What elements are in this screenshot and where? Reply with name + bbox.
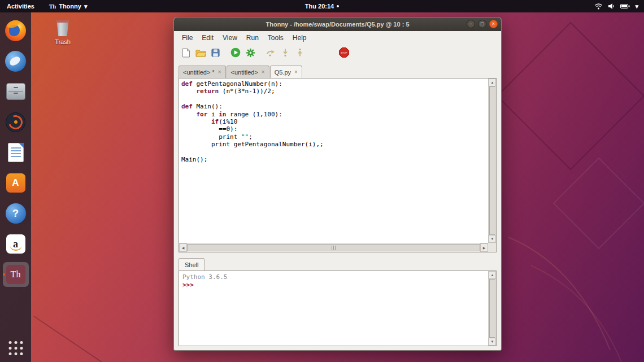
dock-item-files[interactable] [3, 79, 29, 104]
editor-tab-bar: <untitled> *×<untitled>×Q5.py× [179, 66, 302, 78]
code-line: return (n*(3*n-1))/2; [181, 88, 488, 95]
editor-horizontal-scrollbar[interactable]: ◀ ▶ [179, 243, 488, 252]
dock-item-rhythmbox[interactable] [3, 110, 29, 134]
scroll-down-arrow-icon[interactable]: ▼ [489, 235, 496, 243]
stop-button[interactable]: STOP [338, 46, 350, 59]
activities-button[interactable]: Activities [0, 0, 41, 12]
save-file-button[interactable] [209, 46, 221, 59]
stop-sign-icon: STOP [339, 47, 349, 58]
dock-item-ubuntu-software[interactable]: A [3, 171, 29, 195]
dock-item-firefox[interactable] [3, 18, 29, 43]
help-icon: ? [6, 203, 26, 224]
wifi-icon [594, 3, 603, 10]
run-play-icon [230, 47, 241, 58]
thonny-mini-icon: Th [49, 3, 56, 10]
title-bar[interactable]: Thonny - /home/swap/Documents/Q5.py @ 10… [174, 18, 501, 31]
tab-label: <untitled> [231, 69, 258, 76]
minimize-button[interactable]: − [467, 20, 475, 28]
step-over-button[interactable] [264, 46, 277, 59]
code-line: print ""; [181, 133, 488, 141]
tab-q5-py[interactable]: Q5.py× [270, 66, 302, 78]
menu-edit[interactable]: Edit [197, 32, 218, 43]
shell-pane: Python 3.6.5 >>> ▲ ▼ [179, 271, 497, 346]
volume-icon [608, 3, 615, 10]
trash-label: Trash [49, 38, 77, 45]
show-applications-button[interactable] [8, 341, 23, 355]
code-line: print getPentagonalNumber(i),; [181, 141, 488, 148]
code-line: for i in range (1,100): [181, 111, 488, 118]
shell-output[interactable]: Python 3.6.5 >>> [179, 271, 488, 346]
shell-tab[interactable]: Shell [179, 258, 204, 271]
thonny-window: Thonny - /home/swap/Documents/Q5.py @ 10… [173, 17, 502, 351]
battery-icon [620, 3, 630, 9]
shell-banner: Python 3.6.5 [182, 273, 488, 281]
step-out-button[interactable] [294, 46, 306, 59]
menu-view[interactable]: View [218, 32, 242, 43]
firefox-icon [5, 20, 26, 41]
app-menu-label: Thonny [59, 3, 81, 10]
scroll-up-arrow-icon[interactable]: ▲ [489, 271, 496, 279]
code-line: ==0): [181, 125, 488, 133]
notification-dot-icon [337, 5, 339, 7]
vertical-scroll-thumb[interactable] [489, 86, 495, 235]
scroll-right-arrow-icon[interactable]: ▶ [480, 243, 488, 252]
editor-vertical-scrollbar[interactable]: ▲ ▼ [488, 78, 496, 243]
scroll-up-arrow-icon[interactable]: ▲ [489, 78, 496, 86]
app-menu-button[interactable]: Th Thonny ▾ [49, 3, 87, 10]
menu-help[interactable]: Help [288, 32, 311, 43]
trash-can-icon [56, 20, 69, 36]
menu-tools[interactable]: Tools [263, 32, 288, 43]
tab--untitled-[interactable]: <untitled>× [227, 66, 269, 78]
system-status-area[interactable]: ▾ [594, 3, 644, 10]
scroll-down-arrow-icon[interactable]: ▼ [489, 338, 496, 346]
clock[interactable]: Thu 20:14 [305, 3, 334, 10]
code-area[interactable]: def getPentagonalNumber(n): return (n*(3… [179, 78, 488, 243]
menu-bar: FileEditViewRunToolsHelp [174, 31, 501, 44]
run-button[interactable] [229, 46, 242, 59]
tab-label: Q5.py [275, 69, 291, 76]
ubuntu-software-icon: A [6, 173, 25, 193]
running-indicator-dot [3, 273, 5, 276]
dock-item-thunderbird[interactable] [3, 49, 29, 73]
tab-close-icon[interactable]: × [294, 69, 298, 75]
tab-close-icon[interactable]: × [262, 69, 265, 75]
menu-file[interactable]: File [177, 32, 197, 43]
new-file-button[interactable] [180, 46, 192, 59]
step-into-icon [282, 49, 289, 56]
shell-vertical-scrollbar[interactable]: ▲ ▼ [488, 271, 496, 346]
code-line: def getPentagonalNumber(n): [181, 80, 488, 88]
trash-desktop-icon[interactable]: Trash [49, 20, 77, 45]
tab--untitled-[interactable]: <untitled> *× [179, 66, 226, 78]
open-file-button[interactable] [194, 46, 207, 59]
debug-gear-icon [246, 48, 255, 58]
new-file-icon [182, 48, 190, 58]
scroll-left-arrow-icon[interactable]: ◀ [179, 243, 187, 252]
code-line [181, 95, 488, 103]
open-folder-icon [195, 49, 206, 57]
amazon-icon: a [6, 234, 25, 254]
thunderbird-icon [5, 51, 26, 72]
dock-item-libreoffice-writer[interactable] [3, 140, 29, 165]
dock: A ? a Th [0, 12, 31, 362]
code-line: if(i%10 [181, 118, 488, 125]
files-icon [6, 83, 25, 100]
menu-run[interactable]: Run [242, 32, 263, 43]
libreoffice-writer-icon [8, 143, 24, 162]
maximize-button[interactable]: □ [478, 20, 486, 28]
debug-button[interactable] [244, 46, 256, 59]
chevron-down-icon: ▾ [84, 3, 88, 10]
tab-label: <untitled> * [183, 69, 215, 76]
dock-item-help[interactable]: ? [3, 201, 29, 226]
code-line: Main(); [181, 156, 488, 163]
dock-item-thonny[interactable]: Th [3, 262, 29, 287]
tab-close-icon[interactable]: × [218, 69, 221, 75]
close-button[interactable]: × [489, 20, 498, 28]
horizontal-scroll-thumb[interactable] [187, 244, 480, 251]
thonny-icon: Th [6, 265, 25, 284]
window-title: Thonny - /home/swap/Documents/Q5.py @ 10… [174, 21, 501, 28]
step-into-button[interactable] [279, 46, 291, 59]
step-over-icon [266, 49, 275, 56]
dock-item-amazon[interactable]: a [3, 232, 29, 256]
toolbar: STOP [174, 44, 501, 61]
vertical-scroll-thumb[interactable] [489, 279, 495, 338]
